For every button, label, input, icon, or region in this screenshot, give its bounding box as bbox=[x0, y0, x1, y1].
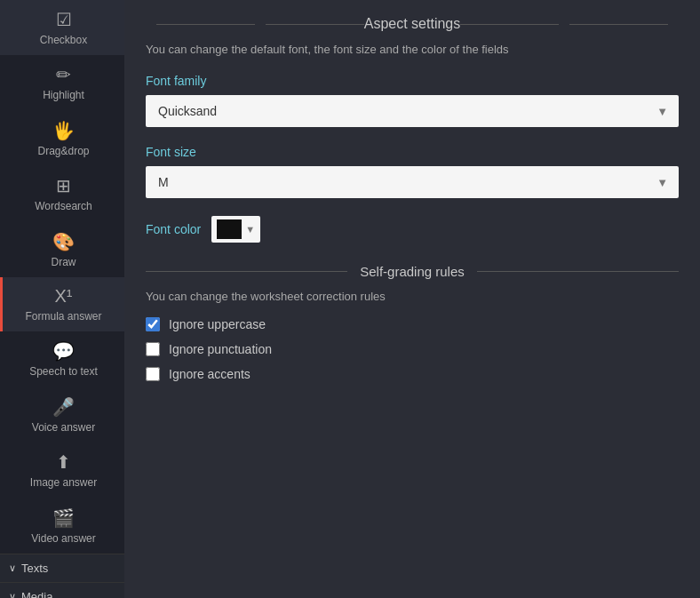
rules-divider: Self-grading rules bbox=[146, 264, 679, 279]
sidebar-item-dragdrop[interactable]: 🖐Drag&drop bbox=[0, 111, 124, 166]
sidebar-item-voice[interactable]: 🎤Voice answer bbox=[0, 387, 124, 443]
dragdrop-icon: 🖐 bbox=[52, 120, 75, 141]
sidebar-item-label-checkbox: Checkbox bbox=[40, 34, 87, 46]
color-picker-button[interactable]: ▼ bbox=[211, 216, 260, 243]
rule-item-punctuation: Ignore punctuation bbox=[146, 342, 679, 356]
section-arrow-icon: ∨ bbox=[9, 562, 16, 574]
wordsearch-icon: ⊞ bbox=[56, 175, 71, 196]
highlight-icon: ✏ bbox=[56, 64, 71, 85]
font-color-label: Font color bbox=[146, 222, 201, 236]
rules-container: Ignore uppercaseIgnore punctuationIgnore… bbox=[146, 317, 679, 381]
color-arrow-icon: ▼ bbox=[245, 224, 255, 235]
checkbox-punctuation[interactable] bbox=[146, 342, 160, 356]
sidebar-item-draw[interactable]: 🎨Draw bbox=[0, 222, 124, 277]
divider-line-right bbox=[477, 271, 679, 272]
section-label-texts: Texts bbox=[21, 562, 48, 575]
sidebar-item-speech[interactable]: 💬Speech to text bbox=[0, 331, 124, 387]
divider-line-left bbox=[146, 271, 347, 272]
font-size-label: Font size bbox=[146, 145, 679, 159]
sidebar-item-wordsearch[interactable]: ⊞Wordsearch bbox=[0, 166, 124, 221]
rules-desc: You can change the worksheet correction … bbox=[146, 290, 679, 303]
rule-label-uppercase: Ignore uppercase bbox=[169, 317, 266, 331]
section-arrow-icon: ∨ bbox=[9, 591, 16, 598]
font-size-select[interactable]: SMLXL bbox=[146, 166, 679, 198]
font-color-row: Font color ▼ bbox=[146, 216, 679, 243]
font-family-wrapper: QuicksandArialGeorgiaRobotoOpen Sans ▼ bbox=[146, 95, 679, 127]
aspect-desc: You can change the default font, the fon… bbox=[146, 43, 679, 56]
sidebar-item-label-video: Video answer bbox=[31, 532, 96, 545]
checkbox-uppercase[interactable] bbox=[146, 317, 160, 331]
sidebar-item-image[interactable]: ⬆Image answer bbox=[0, 443, 124, 498]
sidebar-item-label-dragdrop: Drag&drop bbox=[37, 145, 89, 157]
sidebar-item-label-highlight: Highlight bbox=[43, 89, 84, 101]
sidebar-item-formula[interactable]: X¹Formula answer bbox=[0, 277, 124, 331]
speech-icon: 💬 bbox=[52, 340, 75, 362]
aspect-title-text: Aspect settings bbox=[364, 16, 461, 32]
font-family-select[interactable]: QuicksandArialGeorgiaRobotoOpen Sans bbox=[146, 95, 679, 127]
sidebar-item-label-image: Image answer bbox=[30, 476, 97, 489]
rule-label-accents: Ignore accents bbox=[169, 367, 251, 381]
section-label-media: Media bbox=[21, 590, 52, 598]
sidebar-item-label-formula: Formula answer bbox=[25, 310, 101, 323]
rule-label-punctuation: Ignore punctuation bbox=[169, 342, 272, 356]
sidebar-item-highlight[interactable]: ✏Highlight bbox=[0, 55, 124, 110]
voice-icon: 🎤 bbox=[52, 396, 75, 418]
sidebar-item-label-draw: Draw bbox=[51, 256, 76, 268]
rule-item-uppercase: Ignore uppercase bbox=[146, 317, 679, 331]
color-swatch bbox=[217, 219, 242, 239]
formula-icon: X¹ bbox=[55, 286, 73, 307]
aspect-settings-title: Aspect settings bbox=[146, 0, 679, 43]
rule-item-accents: Ignore accents bbox=[146, 367, 679, 381]
sidebar-item-label-wordsearch: Wordsearch bbox=[35, 200, 91, 212]
sidebar-item-label-voice: Voice answer bbox=[32, 421, 95, 434]
font-family-label: Font family bbox=[146, 74, 679, 88]
sidebar-section-texts[interactable]: ∨Texts bbox=[0, 554, 124, 582]
sidebar-section-media[interactable]: ∨Media bbox=[0, 582, 124, 598]
draw-icon: 🎨 bbox=[52, 231, 75, 252]
sidebar-item-label-speech: Speech to text bbox=[29, 365, 98, 378]
sidebar: ☑Checkbox✏Highlight🖐Drag&drop⊞Wordsearch… bbox=[0, 0, 124, 598]
main-content: Aspect settings You can change the defau… bbox=[124, 0, 700, 598]
font-size-wrapper: SMLXL ▼ bbox=[146, 166, 679, 198]
checkbox-accents[interactable] bbox=[146, 367, 160, 381]
sidebar-item-checkbox[interactable]: ☑Checkbox bbox=[0, 0, 124, 55]
rules-title: Self-grading rules bbox=[360, 264, 465, 279]
image-icon: ⬆ bbox=[56, 451, 71, 473]
checkbox-icon: ☑ bbox=[56, 9, 72, 30]
sidebar-item-video[interactable]: 🎬Video answer bbox=[0, 498, 124, 554]
video-icon: 🎬 bbox=[52, 507, 75, 529]
